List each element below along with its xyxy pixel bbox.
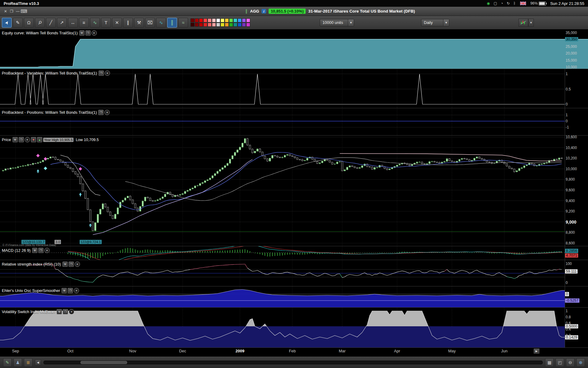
wrench-icon[interactable]: ⚒ — [62, 288, 67, 293]
arrow-up-icon[interactable]: ▲ — [37, 137, 42, 142]
color-swatch[interactable] — [212, 18, 216, 22]
candlestick-mode-icon[interactable]: ║ — [167, 18, 177, 28]
color-swatch[interactable] — [229, 18, 233, 22]
wrench-icon[interactable]: ⚒ — [13, 137, 18, 142]
color-swatch[interactable] — [208, 18, 212, 22]
color-swatch[interactable] — [195, 23, 199, 27]
window-icon[interactable]: ❐ — [68, 288, 73, 293]
zoom-reset-icon[interactable]: ◰ — [556, 358, 564, 367]
color-swatch[interactable] — [225, 23, 229, 27]
window-title-bar: ✕ ❐ — ⌨ ║ AGG i 10,851.5 (+0.10%) 31-Mar… — [0, 7, 588, 16]
keyboard-icon[interactable]: ⌨ — [21, 8, 27, 14]
x-axis-month-label: Oct — [66, 349, 75, 353]
color-swatch[interactable] — [216, 23, 220, 27]
horizontal-line-tool-icon[interactable]: ↔ — [68, 18, 78, 28]
close-icon[interactable]: ✕ — [104, 110, 110, 115]
macd-plot[interactable] — [0, 246, 588, 260]
window-icon[interactable]: ❐ — [63, 309, 68, 314]
window-icon[interactable]: ❐ — [38, 248, 43, 253]
line-chart-mode-icon[interactable]: ∿ — [156, 18, 166, 28]
wrench-icon[interactable]: ⚒ — [62, 262, 68, 267]
scroll-right-button[interactable]: ▶ — [533, 348, 540, 354]
color-swatch[interactable] — [238, 23, 242, 27]
window-icon[interactable]: ❐ — [85, 30, 91, 36]
color-swatch[interactable] — [238, 18, 242, 22]
pointer-tool-icon[interactable]: ➤ — [2, 18, 12, 28]
color-swatch[interactable] — [216, 18, 220, 22]
close-icon[interactable]: ✕ — [69, 309, 74, 314]
wrench-icon[interactable]: ⚒ — [79, 30, 85, 36]
wrench-icon[interactable]: ⚒ — [32, 248, 37, 253]
color-swatch[interactable] — [212, 23, 216, 27]
close-icon[interactable]: ✕ — [92, 30, 97, 36]
minimize-window-icon[interactable]: — — [15, 8, 21, 14]
close-icon[interactable]: ✕ — [25, 137, 30, 142]
color-swatch[interactable] — [199, 23, 203, 27]
color-swatch[interactable] — [242, 18, 246, 22]
arrow-down-icon[interactable]: ▼ — [31, 137, 36, 142]
color-swatch[interactable] — [221, 23, 224, 27]
clock-icon: ◔ — [501, 1, 503, 6]
axis-label: 8.2856 — [565, 249, 578, 253]
mixed-chart-mode-icon[interactable]: ≈ — [178, 18, 188, 28]
close-icon[interactable]: ✕ — [44, 248, 50, 253]
battery-indicator: 96% — [530, 1, 546, 6]
color-swatch[interactable] — [246, 18, 250, 22]
color-swatch[interactable] — [195, 18, 199, 22]
timeframe-dropdown[interactable]: Daily ▼ — [421, 19, 449, 26]
tools-settings-icon[interactable]: ⚒ — [134, 18, 144, 28]
window-icon[interactable]: ❐ — [98, 110, 104, 115]
color-swatch[interactable] — [199, 18, 203, 22]
color-swatch[interactable] — [208, 23, 212, 27]
color-swatch[interactable] — [233, 23, 237, 27]
zoom-in-icon[interactable]: ⊕ — [576, 358, 585, 367]
window-icon[interactable]: ❐ — [19, 137, 24, 142]
scroll-left-button[interactable]: ◀ — [35, 359, 41, 366]
cross-tool-icon[interactable]: ✕ — [112, 18, 122, 28]
trendline-tool-icon[interactable]: ↗ — [57, 18, 67, 28]
chart-style-button[interactable]: ▼ — [518, 19, 534, 27]
screenshot-icon[interactable]: ▦ — [545, 358, 554, 367]
indicator-wave-tool-icon[interactable]: ∿ — [90, 18, 100, 28]
restore-window-icon[interactable]: ❐ — [9, 8, 15, 14]
close-icon[interactable]: ✕ — [105, 71, 110, 76]
units-dropdown[interactable]: 10000 units ▼ — [320, 19, 354, 26]
chevron-down-icon: ▼ — [348, 19, 354, 26]
rsi-plot[interactable] — [0, 260, 588, 286]
color-swatch[interactable] — [225, 18, 229, 22]
watchlist-icon[interactable]: ≣ — [24, 358, 32, 367]
user-profile-icon[interactable]: ♟ — [13, 358, 22, 367]
scrollbar-thumb[interactable] — [81, 361, 127, 364]
color-swatch[interactable] — [246, 23, 250, 27]
window-icon[interactable]: ❐ — [99, 71, 104, 76]
color-swatch[interactable] — [242, 23, 246, 27]
retracement-tool-icon[interactable]: ≡ — [79, 18, 89, 28]
color-swatch[interactable] — [221, 18, 224, 22]
color-swatch[interactable] — [229, 23, 233, 27]
wrench-icon[interactable]: ⚒ — [57, 309, 62, 314]
close-window-icon[interactable]: ✕ — [2, 8, 9, 14]
info-icon[interactable]: i — [262, 9, 266, 13]
ehlers-plot[interactable] — [0, 286, 588, 307]
zoom-tool-icon[interactable]: ⚲ — [35, 18, 45, 28]
color-swatch[interactable] — [233, 18, 237, 22]
x-axis-month-label: Nov — [128, 349, 138, 353]
chart-edit-icon[interactable]: ✎ — [3, 358, 12, 367]
price-plot[interactable] — [0, 135, 588, 246]
window-icon[interactable]: ❐ — [69, 262, 74, 267]
color-swatch[interactable] — [203, 18, 207, 22]
color-swatch[interactable] — [190, 23, 194, 27]
color-swatch[interactable] — [190, 18, 194, 22]
alerts-tool-icon[interactable]: Ω — [24, 18, 34, 28]
chart-scrollbar[interactable] — [43, 361, 543, 364]
color-swatch[interactable] — [203, 23, 207, 27]
segment-tool-icon[interactable]: ╱ — [46, 18, 56, 28]
volatility-plot[interactable] — [0, 307, 588, 347]
zoom-out-icon[interactable]: ⊖ — [566, 358, 575, 367]
close-icon[interactable]: ✕ — [74, 288, 79, 293]
delete-tool-icon[interactable]: ⌧ — [145, 18, 155, 28]
drawing-pencil-tool-icon[interactable]: ✎ — [13, 18, 23, 28]
text-tool-icon[interactable]: T — [101, 18, 111, 28]
close-icon[interactable]: ✕ — [75, 262, 80, 267]
parallel-lines-tool-icon[interactable]: ∥ — [123, 18, 133, 28]
